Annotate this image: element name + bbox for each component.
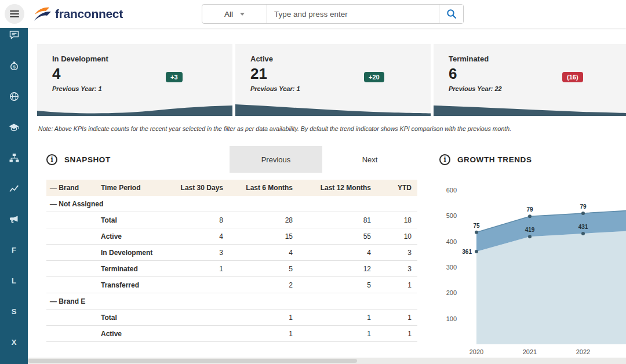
column-header-time-period: Time Period (97, 184, 168, 192)
chat-bubble-icon (9, 30, 20, 41)
svg-text:$: $ (13, 64, 16, 69)
svg-text:431: 431 (578, 224, 588, 230)
info-icon[interactable] (439, 154, 450, 165)
sidebar-item-s[interactable]: S (0, 304, 28, 318)
svg-text:361: 361 (462, 249, 472, 255)
sidebar: $ F L S (0, 28, 28, 364)
trend-line-icon (9, 183, 20, 194)
growth-trends-title: GROWTH TRENDS (457, 155, 532, 164)
table-row: Terminated15123 (46, 261, 417, 277)
sidebar-item-f[interactable]: F (0, 243, 28, 257)
search-input[interactable] (267, 5, 439, 23)
kpi-trend-badge: +20 (364, 72, 384, 82)
column-header-brand: — Brand (46, 184, 97, 192)
sidebar-letter: S (12, 307, 17, 316)
graduation-cap-icon (8, 122, 20, 133)
kpi-title: In Development (37, 44, 232, 63)
horizontal-scrollbar[interactable] (28, 358, 626, 364)
sidebar-letter: X (12, 338, 17, 347)
svg-text:200: 200 (446, 289, 457, 296)
kpi-trend-badge: +3 (166, 72, 183, 82)
sidebar-letter: F (12, 246, 16, 254)
kpi-sparkline (235, 102, 431, 116)
sidebar-item-l[interactable]: L (0, 274, 28, 287)
kpi-previous-year: Previous Year: 1 (37, 85, 232, 92)
franconnect-logo-icon (32, 5, 52, 23)
snapshot-table: — Brand Time Period Last 30 Days Last 6 … (46, 180, 417, 342)
kpi-value: 21 (235, 66, 431, 81)
table-row: In Development3443 (46, 245, 417, 261)
kpi-trend-badge: (16) (562, 72, 583, 82)
column-header-last-12-months: Last 12 Months (299, 184, 377, 192)
svg-text:2020: 2020 (470, 348, 483, 355)
franconnect-logo[interactable]: franconnect (32, 5, 123, 23)
snapshot-table-body: — Not AssignedTotal8288118Active4155510I… (46, 196, 417, 342)
sidebar-letter: L (12, 276, 16, 285)
kpi-value: 6 (434, 66, 626, 81)
chevron-down-icon (240, 13, 245, 16)
table-row: Active4155510 (46, 228, 417, 245)
hamburger-menu-button[interactable] (5, 4, 24, 24)
svg-text:419: 419 (525, 227, 535, 233)
megaphone-icon (8, 214, 20, 225)
column-header-last-30-days: Last 30 Days (168, 184, 229, 192)
money-bag-icon: $ (9, 60, 20, 71)
kpi-card-terminated: Terminated 6 (16) Previous Year: 22 (434, 44, 626, 116)
panels-row: SNAPSHOT Previous Next — Brand Time Peri… (37, 146, 626, 357)
topbar: franconnect All (0, 0, 626, 28)
sidebar-item-x[interactable]: X (0, 335, 28, 349)
sidebar-item-training[interactable] (0, 120, 28, 134)
table-header-row: — Brand Time Period Last 30 Days Last 6 … (46, 180, 417, 196)
svg-text:400: 400 (446, 238, 457, 245)
table-row: Transferred251 (46, 277, 417, 293)
kpi-note: Note: Above KPIs indicate counts for the… (38, 125, 626, 132)
sidebar-item-hierarchy[interactable] (0, 151, 28, 165)
snapshot-pager: Previous Next (230, 146, 417, 173)
kpi-previous-year: Previous Year: 1 (235, 85, 431, 92)
svg-text:75: 75 (473, 223, 480, 229)
kpi-sparkline (434, 102, 626, 116)
global-search-bar: All (202, 4, 464, 24)
main-content: In Development 4 +3 Previous Year: 1 Act… (28, 28, 626, 357)
info-icon[interactable] (46, 154, 57, 165)
search-button[interactable] (439, 5, 463, 23)
sidebar-item-finance[interactable]: $ (0, 59, 28, 72)
previous-button[interactable]: Previous (230, 146, 322, 173)
kpi-row: In Development 4 +3 Previous Year: 1 Act… (37, 44, 626, 116)
kpi-card-active: Active 21 +20 Previous Year: 1 (235, 44, 431, 116)
kpi-title: Active (235, 44, 431, 63)
table-row: Total8288118 (46, 212, 417, 228)
growth-chart-svg: 1002003004005006007536120207941920217943… (435, 180, 626, 357)
sidebar-item-global[interactable] (0, 89, 28, 103)
snapshot-title: SNAPSHOT (64, 155, 111, 164)
kpi-value: 4 (37, 66, 232, 81)
table-group-row: — Brand E (46, 293, 417, 310)
hamburger-icon (10, 10, 19, 12)
column-header-ytd: YTD (377, 184, 417, 192)
kpi-sparkline (37, 102, 232, 116)
sidebar-item-marketing[interactable] (0, 212, 28, 226)
globe-icon (9, 91, 20, 102)
logo-text: franconnect (55, 7, 123, 21)
sidebar-item-performance[interactable] (0, 181, 28, 195)
svg-text:500: 500 (446, 212, 457, 219)
table-row: Active111 (46, 326, 417, 342)
snapshot-header: SNAPSHOT Previous Next (46, 146, 417, 173)
sidebar-item-feedback[interactable] (0, 28, 28, 42)
growth-trends-header: GROWTH TRENDS (435, 146, 626, 173)
table-row: Total111 (46, 310, 417, 326)
svg-text:2022: 2022 (576, 348, 590, 355)
kpi-title: Terminated (434, 44, 626, 63)
column-header-last-6-months: Last 6 Months (229, 184, 299, 192)
search-filter-dropdown[interactable]: All (202, 5, 267, 23)
kpi-previous-year: Previous Year: 22 (434, 85, 626, 92)
svg-text:600: 600 (446, 187, 457, 194)
next-button[interactable]: Next (322, 146, 417, 173)
horizontal-scrollbar-thumb[interactable] (28, 359, 357, 363)
svg-text:2021: 2021 (523, 348, 537, 355)
svg-text:300: 300 (446, 264, 457, 271)
snapshot-panel: SNAPSHOT Previous Next — Brand Time Peri… (37, 146, 417, 357)
svg-text:79: 79 (580, 203, 587, 210)
growth-trends-panel: GROWTH TRENDS 10020030040050060075361202… (435, 146, 626, 357)
kpi-card-in-development: In Development 4 +3 Previous Year: 1 (37, 44, 232, 116)
